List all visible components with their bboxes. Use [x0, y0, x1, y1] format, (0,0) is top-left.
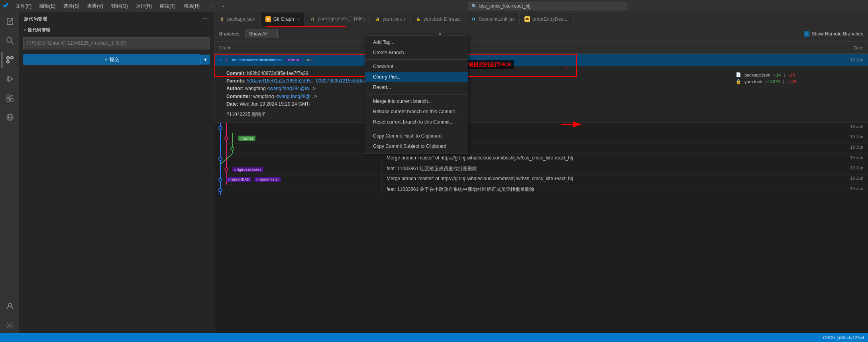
context-menu-copy-hash[interactable]: Copy Commit Hash to Clipboard — [365, 131, 468, 141]
menu-goto[interactable]: 转到(G) — [107, 0, 132, 12]
commit-date-6: 19 Jun — [820, 164, 868, 174]
json-icon: {} — [219, 16, 225, 22]
activity-settings[interactable] — [2, 317, 18, 333]
json-icon-2: {} — [310, 16, 315, 22]
commit-date-7: 19 Jun — [820, 175, 868, 185]
commit-button-dropdown[interactable]: ▾ — [200, 55, 210, 65]
svg-line-1 — [11, 42, 14, 44]
commit-row-5[interactable]: Merge branch 'master' of https://git-nj.… — [214, 154, 868, 164]
status-bar: CSDN @Study123wf — [0, 333, 868, 342]
context-menu-rebase[interactable]: Rebase current branch on this Commit... — [365, 106, 468, 117]
svg-point-13 — [9, 324, 11, 326]
tab-package-json-2[interactable]: {} package.json (工作树) — [305, 12, 370, 26]
context-menu-copy-subject[interactable]: Copy Commit Subject to Clipboard — [365, 141, 468, 151]
tab-order-entry[interactable]: JS orderEntryDeal... — [520, 12, 574, 26]
svg-marker-5 — [9, 77, 13, 81]
commit-button[interactable]: ✓ 提交 — [23, 54, 200, 65]
svg-point-31 — [219, 157, 222, 161]
context-menu-add-tag[interactable]: Add Tag... — [365, 37, 468, 47]
commit-graph-cell-3: master — [214, 133, 382, 143]
svg-point-27 — [231, 147, 234, 150]
context-menu: Add Tag... Create Branch... Checkout... … — [365, 35, 468, 153]
commit-date-4: 19 Jun — [820, 143, 868, 153]
commit-row-4[interactable]: #11046225:黑鸭子安全漏洞 19 Jun — [214, 143, 868, 154]
sidebar-more[interactable]: ··· — [203, 15, 209, 22]
origin-head-tag: origin/HEAD — [226, 177, 251, 182]
sidebar-header: 源代码管理 ··· — [19, 12, 214, 26]
commit-row-1[interactable]: 11046225_liruohan_1 origin #1 — (details… — [214, 54, 868, 123]
diff-file-2: 🔒 yarn.lock +14678 | -149 — [736, 78, 863, 85]
svg-point-37 — [219, 178, 222, 181]
activity-run[interactable] — [2, 71, 18, 87]
col-header-graph: Graph — [214, 45, 382, 50]
checkbox-icon: ✓ — [804, 31, 809, 37]
context-menu-cherry-pick[interactable]: Cherry Pick... — [365, 72, 468, 82]
commit-date-row: Date: Wed Jun 19 2024 19:20:24 GMT- — [226, 100, 728, 108]
search-bar: 🔍 bss_cmcc_kite-react_hlj — [227, 2, 868, 10]
tab-yarn-lock-1[interactable]: 🔒 yarn.lock ↕ — [370, 12, 410, 26]
menu-edit[interactable]: 编辑(E) — [35, 0, 59, 12]
context-menu-revert[interactable]: Revert... — [365, 82, 468, 92]
commit-date-1: 19 Jun — [820, 56, 868, 63]
commit-row-7[interactable]: origin/HEAD origin/master Merge branch '… — [214, 175, 868, 185]
origin-11033861-tag: origin/11033861 — [232, 167, 263, 172]
tab-scene-init[interactable]: ⟨⟩ SceneInitLink.jsx — [466, 12, 520, 26]
tab-git-graph[interactable]: G Git Graph × — [261, 12, 305, 26]
tab-package-json-1[interactable]: {} package.json — [214, 12, 261, 26]
activity-search[interactable] — [2, 33, 18, 49]
activity-remote[interactable] — [2, 109, 18, 125]
commit-graph-cell-2 — [214, 123, 382, 133]
search-input[interactable]: 🔍 bss_cmcc_kite-react_hlj — [468, 2, 627, 10]
svg-rect-7 — [7, 98, 10, 101]
js-icon: JS — [524, 16, 530, 22]
menu-file[interactable]: 文件(F) — [12, 0, 35, 12]
menu-bar: 文件(F) 编辑(E) 选择(S) 查看(V) 转到(G) 运行(R) 终端(T… — [12, 0, 204, 12]
commit-row-8[interactable]: feat: 11033861 关于在小政政企系统中新增社区矫正成员查找批量删除 … — [214, 185, 868, 195]
show-remote-checkbox[interactable]: ✓ Show Remote Branches — [804, 31, 863, 37]
commit-date-8: 19 Jun — [820, 185, 868, 195]
svg-rect-8 — [10, 98, 13, 101]
diff-file-1: 📄 package.json +14 | -15 — [736, 71, 863, 78]
menu-terminal[interactable]: 终端(T) — [156, 0, 179, 12]
activity-accounts[interactable] — [2, 298, 18, 314]
commit-desc-8: feat: 11033861 关于在小政政企系统中新增社区矫正成员查找批量删除 — [382, 185, 820, 195]
sidebar: 源代码管理 ··· ▾ 源代码管理 消息(Ctrl+Enter 在"110462… — [19, 12, 214, 333]
graph-table: Graph Description Date 2:选中当前提交的进行PICK → — [214, 42, 868, 333]
context-menu-checkout[interactable]: Checkout... — [365, 61, 468, 72]
origin-master-tag: origin/master — [254, 177, 281, 182]
commit-author-row: Author: wangfang <wang.fang284@iw...> — [226, 85, 728, 92]
menu-run[interactable]: 运行(R) — [132, 0, 156, 12]
activity-explorer[interactable] — [2, 14, 18, 29]
tab-close-git-graph[interactable]: × — [297, 17, 300, 22]
context-menu-reset[interactable]: Reset current branch to this Commit... — [365, 117, 468, 127]
commit-row-2[interactable]: #11046225黑鸭子整改 19 Jun — [214, 123, 868, 133]
sidebar-source-header[interactable]: ▾ 源代码管理 — [19, 26, 214, 35]
branch-master-tag: master — [238, 136, 255, 141]
commit-row-6[interactable]: origin/11033861 feat: 11033861 社区矫正成员查找批… — [214, 164, 868, 175]
commit-message-1: #11046225:黑鸭子 — [226, 111, 728, 118]
commit-row-3[interactable]: master #11046225:黑鸭子安全改造 19 Jun — [214, 133, 868, 143]
svg-rect-9 — [7, 95, 10, 98]
commit-graph-cell-1: 11046225_liruohan_1 origin #1 — [214, 59, 382, 61]
context-menu-create-branch[interactable]: Create Branch... — [365, 47, 468, 58]
branches-select[interactable]: Show All — [245, 29, 278, 38]
separator-1 — [365, 59, 468, 60]
commit-date-5: 19 Jun — [820, 154, 868, 164]
tab-yarn-lock-2[interactable]: 🔒 yarn.lock D:\react — [411, 12, 466, 26]
activity-extensions[interactable] — [2, 90, 18, 106]
branches-toolbar: Branches: Show All ✓ Show Remote Branche… — [214, 26, 868, 42]
branch-tag-origin: origin — [286, 59, 301, 61]
commit-date-2: 19 Jun — [820, 123, 868, 133]
commit-date-3: 19 Jun — [820, 133, 868, 143]
activity-source-control[interactable] — [2, 52, 18, 68]
commit-parents-row: Parents: 508abef16e01a2af365852d95... 00… — [226, 77, 728, 85]
menu-view[interactable]: 查看(V) — [83, 0, 107, 12]
svg-point-4 — [11, 57, 13, 59]
context-menu-merge[interactable]: Merge into current branch... — [365, 96, 468, 106]
commit-committer-row: Committer: wangfang <wang.fang28@...> — [226, 93, 728, 100]
commit-message-area[interactable]: 消息(Ctrl+Enter 在"11046225_liruohan_1"提交) — [23, 37, 210, 49]
forward-arrow[interactable]: → — [218, 2, 227, 10]
menu-select[interactable]: 选择(S) — [59, 0, 83, 12]
back-arrow[interactable]: ← — [208, 2, 216, 10]
menu-help[interactable]: 帮助(H) — [180, 0, 204, 12]
